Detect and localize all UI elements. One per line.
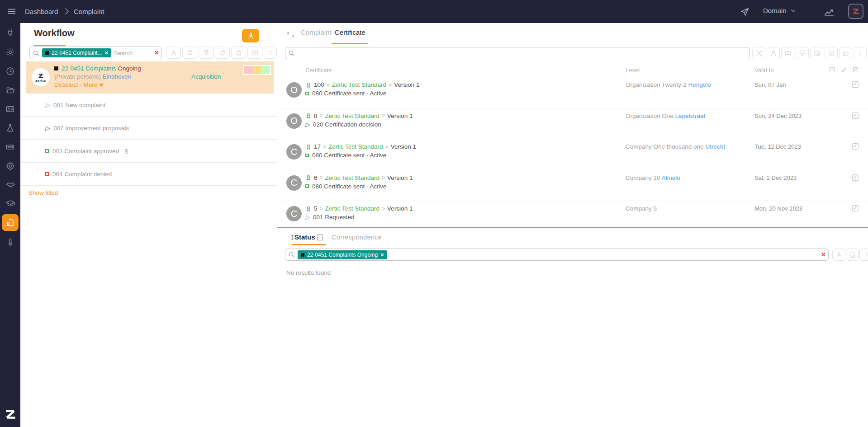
rail-item-lab[interactable] xyxy=(0,119,20,136)
filter-star-button[interactable] xyxy=(231,47,246,59)
person-button[interactable] xyxy=(767,47,780,59)
tasks-button[interactable] xyxy=(825,47,838,59)
sort-button[interactable] xyxy=(859,249,868,261)
sort-button[interactable] xyxy=(854,47,867,59)
filter-person-button[interactable] xyxy=(166,47,181,59)
status-tab-checkbox[interactable] xyxy=(317,235,323,240)
approve-button[interactable] xyxy=(839,47,852,59)
breadcrumb-complaint[interactable]: Complaint xyxy=(74,0,104,23)
rail-item-plug[interactable] xyxy=(0,24,20,42)
domain-dropdown[interactable]: Domain xyxy=(763,7,796,14)
city-link[interactable]: Almelo xyxy=(662,174,680,181)
table-row[interactable]: C 17>Zertic Test Standard>Version 1 080 … xyxy=(277,139,868,170)
planning-button[interactable] xyxy=(846,249,859,261)
certificate-id: 100 xyxy=(314,81,324,88)
workflow-search-input[interactable] xyxy=(114,50,152,56)
color-chip-pink[interactable] xyxy=(244,66,253,74)
workflow-step[interactable]: 003 Complaint approved xyxy=(20,140,277,163)
more-link[interactable]: More xyxy=(84,81,98,88)
billing-comment-button[interactable]: $ xyxy=(781,47,794,59)
clear-search-icon[interactable]: × xyxy=(821,251,825,258)
rail-item-partners[interactable] xyxy=(0,176,20,193)
rail-item-settings[interactable] xyxy=(0,43,20,61)
sort-button[interactable] xyxy=(264,47,277,59)
card-title-line: 22-0451 Complaints Ongoing xyxy=(54,65,141,72)
card-city-link[interactable]: Eindhoven xyxy=(103,73,132,80)
swap-horizontal-icon[interactable] xyxy=(286,30,295,39)
chart-icon[interactable] xyxy=(824,6,835,17)
filter-card-button[interactable] xyxy=(247,47,262,59)
workflow-search-box: 22-0451 Complaint...× × xyxy=(29,47,162,59)
tab-correspondence[interactable]: Correspondence xyxy=(332,233,382,241)
tab-certificate[interactable]: Certificate xyxy=(335,28,365,36)
assign-person-button[interactable] xyxy=(242,29,259,42)
tab-complaint[interactable]: Complaint xyxy=(301,28,332,36)
account-logo-avatar[interactable] xyxy=(848,4,863,19)
column-level[interactable]: Level xyxy=(626,67,640,74)
column-valid-to[interactable]: Valid to xyxy=(754,67,773,74)
filter-trophy-button[interactable] xyxy=(199,47,213,59)
workflow-card[interactable]: zertic 22-0451 Complaints Ongoing (Priva… xyxy=(26,61,274,94)
select-all-checkbox[interactable] xyxy=(852,66,859,73)
add-column-icon[interactable] xyxy=(829,66,835,73)
city-link[interactable]: Utrecht xyxy=(705,143,725,150)
table-row[interactable]: C 6>Zertic Test Standard>Version 1 080 C… xyxy=(277,170,868,202)
status-search-input[interactable] xyxy=(390,251,819,258)
rail-item-targets[interactable] xyxy=(0,157,20,174)
status-text: 001 Requested xyxy=(313,214,355,221)
row-checkbox[interactable] xyxy=(852,81,859,88)
clear-search-icon[interactable]: × xyxy=(155,49,159,56)
table-row[interactable]: C 5>Zertic Test Standard>Version 1 001 R… xyxy=(277,201,868,227)
certificate-id: 8 xyxy=(314,113,318,119)
rail-item-education[interactable] xyxy=(0,195,20,212)
standard-link[interactable]: Zertic Test Standard xyxy=(328,143,383,150)
planning-button[interactable] xyxy=(810,47,823,59)
person-button[interactable] xyxy=(832,249,845,261)
standard-link[interactable]: Zertic Test Standard xyxy=(325,205,380,212)
color-chip-green[interactable] xyxy=(261,66,270,74)
column-certificate[interactable]: Certificate xyxy=(305,67,332,74)
standard-link[interactable]: Zertic Test Standard xyxy=(332,81,387,88)
row-checkbox[interactable] xyxy=(852,143,859,150)
standard-link[interactable]: Zertic Test Standard xyxy=(325,113,380,119)
send-icon[interactable] xyxy=(740,7,749,16)
rail-item-history[interactable] xyxy=(0,62,20,80)
city-link[interactable]: Hengelo xyxy=(688,81,711,88)
chip-remove-icon[interactable]: × xyxy=(104,51,108,55)
card-id[interactable]: 22-0451 Complaints xyxy=(62,65,116,72)
table-row[interactable]: O 100>Zertic Test Standard>Version 1 080… xyxy=(277,77,868,108)
row-checkbox[interactable] xyxy=(852,174,859,181)
standard-link[interactable]: Zertic Test Standard xyxy=(325,174,380,181)
rail-item-folders[interactable] xyxy=(0,81,20,99)
status-filter-chip[interactable]: 22-0451 Complaints Ongoing× xyxy=(298,250,387,259)
city-link[interactable]: Lepelstraat xyxy=(675,113,706,119)
breadcrumb-dashboard[interactable]: Dashboard xyxy=(25,0,58,23)
workflow-step[interactable]: 002 Improvement proposals xyxy=(20,117,277,140)
tab-status[interactable]: Status xyxy=(294,233,315,241)
show-filled-link[interactable]: Show filled xyxy=(28,189,58,196)
insurance-button[interactable] xyxy=(796,47,809,59)
row-checkbox[interactable] xyxy=(852,205,859,211)
filter-tag-button[interactable] xyxy=(215,47,230,59)
rail-item-tickets[interactable] xyxy=(0,138,20,155)
rail-item-contacts[interactable] xyxy=(0,100,20,117)
certificate-search-input[interactable] xyxy=(298,50,747,56)
key-icon[interactable] xyxy=(840,66,847,73)
workflow-step[interactable]: 004 Complaint denied xyxy=(20,163,277,186)
color-chip-yellow[interactable] xyxy=(253,66,261,74)
rail-item-temperature[interactable] xyxy=(0,233,20,250)
workflow-filter-chip[interactable]: 22-0451 Complaint...× xyxy=(42,48,111,57)
table-row[interactable]: O 8>Zertic Test Standard>Version 1 020 C… xyxy=(277,108,868,140)
tag-icon xyxy=(219,49,226,56)
rail-item-certificates[interactable] xyxy=(2,214,19,231)
filter-layers-button[interactable] xyxy=(182,47,197,59)
deselect-link[interactable]: Deselect xyxy=(54,81,78,88)
chip-remove-icon[interactable]: × xyxy=(380,253,384,257)
workflow-step[interactable]: 001 New complaint xyxy=(20,94,277,117)
shuffle-button[interactable] xyxy=(752,47,765,59)
more-dropdown-icon[interactable] xyxy=(99,84,104,87)
row-checkbox[interactable] xyxy=(852,113,859,119)
status-panel: Status Correspondence 22-0451 Complaints… xyxy=(277,227,868,427)
certificate-panel: Complaint Certificate $ Certificate Leve… xyxy=(277,23,868,227)
hamburger-menu-icon[interactable] xyxy=(7,6,17,16)
